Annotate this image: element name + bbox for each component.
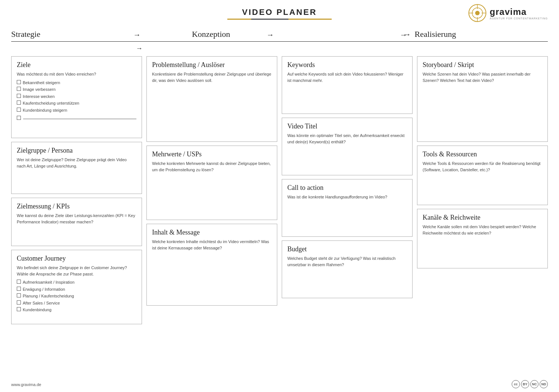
page-title: VIDEO PLANER: [11, 7, 548, 17]
card-call-to-action: Call to action Was ist die konkrete Hand…: [282, 179, 413, 237]
card-kanaele-title: Kanäle & Reichweite: [423, 214, 542, 222]
journey-checkboxes: Aufmerksamkeit / Inspiration Erwägung / …: [17, 279, 136, 313]
card-storyboard-body: Welche Szenen hat dein Video? Was passie…: [423, 71, 542, 83]
card-customer-journey-body: Wo befindet sich deine Zielgruppe in der…: [17, 265, 136, 313]
checkbox-after-sales: After Sales / Service: [17, 300, 136, 306]
card-inhalt-body: Welche konkreten Inhalte möchtest du im …: [152, 239, 272, 251]
checkbox-interesse: Interesse wecken: [17, 93, 136, 100]
card-zielmessung-title: Zielmessung / KPIs: [17, 203, 136, 210]
checkbox-planung: Planung / Kaufentscheidung: [17, 293, 136, 299]
phase-bar: Strategie Konzeption → Realisierung: [11, 26, 548, 42]
phase-konzeption: Konzeption: [145, 29, 278, 40]
footer-url: www.gravima.de: [11, 382, 41, 387]
page-header: VIDEO PLANER: [11, 7, 548, 20]
cc-icon: cc: [512, 380, 520, 388]
checkbox-kaufentscheidung: Kaufentscheidung unterstützen: [17, 100, 136, 106]
ziele-empty-line-row: [17, 115, 136, 120]
checkbox-image: Image verbessern: [17, 86, 136, 93]
card-storyboard-title: Storyboard / Skript: [423, 61, 542, 69]
card-budget-body: Welches Budget steht dir zur Verfügung? …: [287, 255, 407, 268]
phase-strategie: Strategie: [11, 29, 145, 40]
card-mehrwerte-title: Mehrwerte / USPs: [152, 150, 272, 158]
by-icon: BY: [521, 380, 529, 388]
card-tools-title: Tools & Ressourcen: [423, 150, 542, 158]
card-keywords-title: Keywords: [287, 61, 407, 69]
footer-icons: cc BY NC ND: [512, 380, 548, 388]
column-konzeption: Problemstellung / Auslöser Konkretisiere…: [146, 56, 277, 324]
column-realisierung: Storyboard / Skript Welche Szenen hat de…: [417, 56, 548, 324]
card-inhalt-title: Inhalt & Message: [152, 229, 272, 236]
card-kanaele: Kanäle & Reichweite Welche Kanäle sollen…: [417, 209, 548, 268]
page: gravima AGENTUR FÜR CONTENTMARKETING VID…: [0, 0, 559, 392]
checkbox-kundenbindung: Kundenbindung steigern: [17, 107, 136, 114]
card-zielgruppe-body: Wer ist deine Zielgruppe? Deine Zielgrup…: [17, 157, 136, 169]
phase-spacer: →: [278, 29, 411, 40]
checkbox-kundenbindung2: Kundenbindung: [17, 307, 136, 313]
card-ziele-body: Was möchtest du mit dem Video erreichen?…: [17, 71, 136, 120]
card-call-to-action-body: Was ist die konkrete Handlungsaufforderu…: [287, 194, 407, 200]
column-strategie: Ziele Was möchtest du mit dem Video erre…: [11, 56, 142, 324]
card-zielmessung: Zielmessung / KPIs Wie kannst du deine Z…: [11, 198, 142, 246]
card-problemstellung-title: Problemstellung / Auslöser: [152, 61, 272, 69]
card-zielmessung-body: Wie kannst du deine Ziele über Leistungs…: [17, 213, 136, 225]
main-content: Ziele Was möchtest du mit dem Video erre…: [11, 56, 548, 324]
nd-icon: ND: [540, 380, 548, 388]
card-storyboard: Storyboard / Skript Welche Szenen hat de…: [417, 56, 548, 142]
card-video-titel: Video Titel Was könnte ein optimaler Tit…: [282, 118, 413, 175]
card-zielgruppe-title: Zielgruppe / Persona: [17, 147, 136, 154]
card-mehrwerte: Mehrwerte / USPs Welche konkreten Mehrwe…: [146, 146, 277, 220]
card-problemstellung-body: Konkretisiere die Problemstellung deiner…: [152, 71, 272, 83]
card-budget: Budget Welches Budget steht dir zur Verf…: [282, 240, 413, 298]
checkbox-aufmerksamkeit: Aufmerksamkeit / Inspiration: [17, 279, 136, 286]
column-mid: Keywords Auf welche Keywords soll sich d…: [282, 56, 413, 324]
checkbox-bekanntheit: Bekanntheit steigern: [17, 80, 136, 86]
card-problemstellung: Problemstellung / Auslöser Konkretisiere…: [146, 56, 277, 142]
card-video-titel-body: Was könnte ein optimaler Titel sein, der…: [287, 133, 407, 145]
card-tools-body: Welche Tools & Ressourcen werden für die…: [423, 160, 542, 173]
phase-realisierung: Realisierung: [411, 29, 548, 40]
card-tools: Tools & Ressourcen Welche Tools & Ressou…: [417, 146, 548, 205]
card-customer-journey-title: Customer Journey: [17, 255, 136, 262]
card-mehrwerte-body: Welche konkreten Mehrwerte kannst du dei…: [152, 160, 272, 173]
card-keywords-body: Auf welche Keywords soll sich dein Video…: [287, 71, 407, 83]
card-ziele-title: Ziele: [17, 61, 136, 69]
card-zielgruppe: Zielgruppe / Persona Wer ist deine Zielg…: [11, 142, 142, 194]
card-video-titel-title: Video Titel: [287, 122, 407, 130]
card-call-to-action-title: Call to action: [287, 184, 407, 192]
nc-icon: NC: [530, 380, 539, 388]
header-underline: [227, 19, 332, 20]
card-inhalt: Inhalt & Message Welche konkreten Inhalt…: [146, 224, 277, 306]
ziele-checkboxes: Bekanntheit steigern Image verbessern In…: [17, 80, 136, 114]
checkbox-erwaegung: Erwägung / Information: [17, 286, 136, 293]
card-customer-journey: Customer Journey Wo befindet sich deine …: [11, 250, 142, 324]
card-ziele: Ziele Was möchtest du mit dem Video erre…: [11, 56, 142, 138]
card-keywords: Keywords Auf welche Keywords soll sich d…: [282, 56, 413, 114]
card-kanaele-body: Welche Kanäle sollen mit dem Video bespi…: [423, 224, 542, 236]
card-budget-title: Budget: [287, 245, 407, 253]
